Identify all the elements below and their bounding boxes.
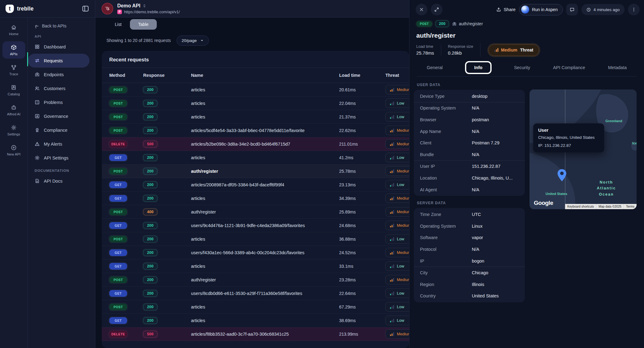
table-row[interactable]: GET200users/9c4d476a-1121-3b91-9dfe-c4ed… — [102, 219, 409, 232]
view-toggle-list[interactable]: List — [106, 19, 130, 30]
sidebar-item-problems[interactable]: Problems — [28, 95, 95, 109]
rail-item-settings[interactable]: Settings — [2, 122, 25, 139]
threat-badge: Low — [385, 302, 409, 312]
page-size-select[interactable]: 20/page — [177, 35, 209, 46]
table-row[interactable]: POST200articles36.88msLow — [102, 232, 409, 246]
api-switcher-icon[interactable] — [142, 4, 147, 8]
view-toggle-table[interactable]: Table — [130, 19, 157, 30]
map-attribution-item[interactable]: Keyboard shortcuts — [565, 204, 596, 209]
load-time: 25.89ms — [339, 209, 385, 214]
method-cell: GET — [109, 249, 143, 256]
request-time-pill[interactable]: 4 minutes ago — [581, 4, 625, 15]
sidebar-item-customers[interactable]: Customers — [28, 81, 95, 95]
threat-badge: Low — [385, 234, 409, 244]
rail-item-new-api[interactable]: New API — [2, 142, 25, 159]
column-header-load-time: Load time — [339, 73, 385, 78]
status-badge: 200 — [143, 127, 157, 134]
map-pin-icon[interactable] — [557, 168, 567, 182]
user-data-label: USER DATA — [417, 83, 525, 87]
table-row[interactable]: POST200articles67.29msLow — [102, 300, 409, 314]
api-avatar[interactable] — [102, 3, 113, 14]
kv-value: Chicago — [472, 270, 519, 275]
tab-security[interactable]: Security — [513, 63, 531, 72]
threat-label: Medium — [397, 128, 409, 133]
method-badge: GET — [109, 249, 127, 256]
table-row[interactable]: GET200articles33.1msLow — [102, 259, 409, 273]
location-map[interactable]: Greenland Iceland North Atlantic Ocean U… — [530, 89, 637, 209]
tab-metadata[interactable]: Metadata — [608, 63, 627, 72]
threat-label: Medium — [397, 332, 409, 336]
response-cell: 500 — [143, 141, 191, 147]
chat-bubble-icon — [570, 7, 575, 12]
comments-button[interactable] — [566, 4, 578, 15]
sidebar-item-api-settings[interactable]: API Settings — [28, 151, 95, 165]
close-panel-button[interactable] — [416, 4, 427, 15]
method-badge: GET — [109, 290, 127, 297]
sidebar-item-endpoints[interactable]: Endpoints — [28, 68, 95, 81]
table-row[interactable]: GET200users/f430a1ec-566d-3389-ab4c-00c2… — [102, 246, 409, 259]
showing-count-label: Showing 1 to 20 of 2881 requests — [106, 38, 171, 43]
table-row[interactable]: POST200auth/register25.78msMedium — [102, 164, 409, 178]
rail-item-home[interactable]: Home — [2, 21, 25, 39]
threat-badge: Medium — [385, 85, 409, 94]
more-options-button[interactable] — [628, 4, 640, 15]
run-in-aspen-button[interactable]: Run in Aspen — [519, 4, 563, 15]
threat-cell: Low — [385, 153, 409, 162]
sidebar-item-dashboard[interactable]: Dashboard — [28, 40, 95, 54]
response-cell: 200 — [143, 304, 191, 310]
table-row[interactable]: DELETE500articles/b2be098c-3d8a-34e2-bcd… — [102, 137, 409, 151]
table-row[interactable]: GET200articles34.39msMedium — [102, 192, 409, 205]
stat-value: 25.78ms — [416, 50, 434, 56]
status-badge: 200 — [143, 222, 157, 229]
chevron-down-icon — [200, 39, 204, 42]
response-cell: 200 — [143, 276, 191, 283]
table-row[interactable]: POST200articles22.04msLow — [102, 97, 409, 110]
sidebar-item-my-alerts[interactable]: My Alerts — [28, 137, 95, 151]
table-row[interactable]: POST200articles/5cdf4e54-3a33-3abf-b6ec-… — [102, 124, 409, 137]
request-name: articles — [191, 196, 339, 201]
table-row[interactable]: GET200articles41.2msLow — [102, 151, 409, 164]
map-attribution-item[interactable]: Map data ©2025 — [596, 204, 624, 209]
sidebar-item-governance[interactable]: Governance — [28, 109, 95, 123]
share-button[interactable]: Share — [496, 7, 516, 12]
api-sidebar: Back to APIs APIDashboardRequestsEndpoin… — [28, 18, 95, 348]
table-row[interactable]: DELETE500articles/f8bb3532-aad0-3c7f-aa7… — [102, 327, 409, 341]
sidebar-item-compliance[interactable]: Compliance — [28, 123, 95, 137]
rail-item-trace[interactable]: Trace — [2, 61, 25, 79]
table-row[interactable]: POST200articles20.61msMedium — [102, 83, 409, 97]
tab-general[interactable]: General — [426, 63, 443, 72]
request-name: articles — [191, 87, 339, 92]
tab-api-compliance[interactable]: API Compliance — [552, 63, 586, 72]
threat-cell: Medium — [385, 193, 409, 203]
table-row[interactable]: GET200articles/2008987a-df05-3384-b43f-d… — [102, 178, 409, 192]
table-row[interactable]: POST400auth/register25.89msMedium — [102, 205, 409, 219]
tab-info[interactable]: Info — [465, 61, 492, 74]
expand-panel-button[interactable] — [431, 4, 442, 15]
sidebar-item-api-docs[interactable]: API Docs — [28, 174, 95, 188]
threat-bars-icon — [390, 115, 394, 119]
treblle-logo[interactable]: t treblle — [6, 5, 34, 13]
table-row[interactable]: POST200auth/register23.28msMedium — [102, 273, 409, 287]
collapse-sidebar-icon[interactable] — [81, 5, 89, 13]
method-badge: POST — [109, 236, 127, 242]
method-cell: POST — [109, 304, 143, 310]
endpoint-icon — [452, 22, 457, 26]
back-to-apis-link[interactable]: Back to APIs — [28, 21, 95, 31]
table-row[interactable]: GET200articles38.69msLow — [102, 314, 409, 327]
table-row[interactable]: POST200articles21.37msLow — [102, 110, 409, 124]
rail-item-alfred-ai[interactable]: Alfred AI — [2, 102, 25, 119]
table-row[interactable]: GET200users/8cdb0d66-e611-3530-a29f-f711… — [102, 287, 409, 300]
response-cell: 200 — [143, 317, 191, 324]
load-time: 41.2ms — [339, 155, 385, 160]
rail-item-catalog[interactable]: Catalog — [2, 81, 25, 99]
rail-item-apis[interactable]: APIs — [2, 41, 25, 59]
map-attribution-item[interactable]: Terms — [624, 204, 637, 209]
load-time: 23.28ms — [339, 277, 385, 282]
threat-badge: Medium — [385, 193, 409, 203]
sidebar-item-requests[interactable]: Requests — [28, 54, 89, 68]
kv-key: Protocol — [420, 247, 472, 252]
endpoint-breadcrumb[interactable]: auth/register — [452, 21, 483, 26]
threat-cell: Low — [385, 316, 409, 325]
page-size-value: 20/page — [182, 38, 197, 43]
kv-key: Time Zone — [420, 212, 472, 217]
